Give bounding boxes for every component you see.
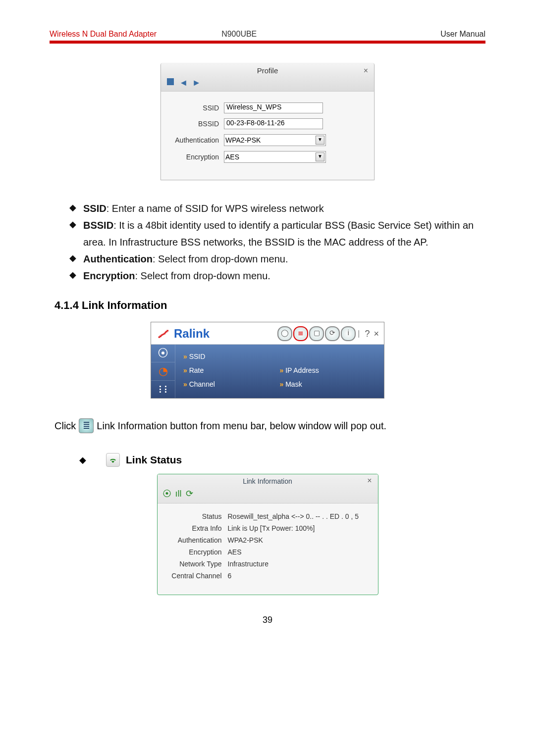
mask-cell: Mask [280, 380, 376, 388]
rate-cell: Rate [183, 366, 280, 374]
ssid-input[interactable]: Wireless_N_WPS [224, 102, 323, 113]
ralink-window: ⟋ Ralink ◯ ≣ ▢ ⟳ i | ? × ⦿ ◔ ⫶⫶ SSID [151, 322, 384, 399]
field-description-list: SSID: Enter a name of SSID for WPS wirel… [50, 200, 485, 284]
close-icon[interactable]: × [364, 66, 368, 75]
page-header: Wireless N Dual Band Adapter N900UBE Use… [50, 30, 485, 44]
table-row: Central Channel6 [162, 570, 373, 582]
ralink-swoosh-icon: ⟋ [154, 325, 173, 342]
list-item: BSSID: It is a 48bit identity used to id… [69, 217, 485, 251]
header-mid: N900UBE [221, 30, 257, 39]
close-icon[interactable]: × [367, 476, 372, 485]
profile-title: Profile [161, 63, 374, 76]
link-information-window: Link Information × ⦿ ıll ⟳ StatusRosewil… [157, 474, 378, 595]
link-info-button[interactable]: ≣ [293, 326, 308, 341]
click-instruction: Click ≣ Link Information button from men… [54, 418, 481, 433]
profile-window: Profile × ◄ ► SSID Wireless_N_WPS BSSID … [160, 63, 374, 180]
list-item: SSID: Enter a name of SSID for WPS wirel… [69, 200, 485, 217]
link-status-heading: Link Status [79, 453, 485, 467]
info-button[interactable]: i [341, 326, 356, 341]
link-info-icon: ≣ [79, 418, 94, 433]
signal-icon[interactable]: ıll [175, 489, 182, 499]
auth-select[interactable]: WPA2-PSK ▼ [224, 134, 326, 146]
toolbar-btn-1[interactable]: ◯ [277, 326, 292, 341]
table-row: AuthenticationWPA2-PSK [162, 534, 373, 546]
separator: | [358, 329, 360, 338]
header-right: User Manual [440, 30, 485, 39]
stop-icon[interactable] [167, 78, 174, 85]
manual-page: Wireless N Dual Band Adapter N900UBE Use… [0, 0, 535, 756]
linkinfo-title: Link Information [158, 476, 378, 486]
table-row: Network TypeInfrastructure [162, 558, 373, 570]
forward-arrow-icon[interactable]: ► [192, 78, 201, 88]
channel-cell: Channel [183, 380, 280, 388]
enc-value: AES [225, 153, 239, 161]
help-icon[interactable]: ? [365, 329, 370, 339]
auth-value: WPA2-PSK [225, 136, 261, 144]
ssid-label: SSID [167, 104, 224, 112]
ralink-brand: Ralink [174, 327, 210, 341]
linkinfo-body: StatusRosewill_test_alpha <--> 0.. -- . … [158, 504, 378, 595]
section-heading: 4.1.4 Link Information [54, 299, 485, 312]
enc-label: Encryption [167, 153, 224, 161]
refresh-icon[interactable]: ⟳ [186, 488, 193, 499]
table-row: StatusRosewill_test_alpha <--> 0.. -- . … [162, 510, 373, 522]
chevron-down-icon[interactable]: ▼ [316, 136, 324, 145]
ssid-cell: SSID [183, 353, 280, 360]
list-item: Authentication: Select from drop-down me… [69, 251, 485, 267]
auth-label: Authentication [167, 136, 224, 144]
toolbar-btn-3[interactable]: ▢ [309, 326, 324, 341]
signal-icon[interactable]: ⫶⫶ [151, 381, 175, 398]
back-arrow-icon[interactable]: ◄ [179, 78, 188, 88]
ralink-logo: ⟋ Ralink [156, 325, 210, 342]
enc-select[interactable]: AES ▼ [224, 151, 326, 163]
page-number: 39 [50, 615, 485, 625]
wifi-icon [106, 453, 120, 467]
profile-toolbar: ◄ ► [161, 76, 374, 92]
dial-icon[interactable]: ◔ [151, 362, 175, 380]
ip-cell: IP Address [280, 366, 376, 374]
bssid-label: BSSID [167, 120, 224, 128]
table-row: Extra InfoLink is Up [Tx Power: 100%] [162, 522, 373, 534]
ralink-side-tabs: ⦿ ◔ ⫶⫶ [151, 345, 175, 398]
wifi-icon[interactable]: ⦿ [162, 489, 171, 499]
close-icon[interactable]: × [374, 329, 379, 339]
bssid-input[interactable]: 00-23-F8-08-11-26 [224, 118, 323, 129]
table-row: EncryptionAES [162, 546, 373, 558]
header-left: Wireless N Dual Band Adapter [50, 30, 157, 39]
broadcast-icon[interactable]: ⦿ [151, 345, 175, 362]
list-item: Encryption: Select from drop-down menu. [69, 267, 485, 284]
toolbar-btn-4[interactable]: ⟳ [325, 326, 340, 341]
chevron-down-icon[interactable]: ▼ [316, 152, 324, 161]
